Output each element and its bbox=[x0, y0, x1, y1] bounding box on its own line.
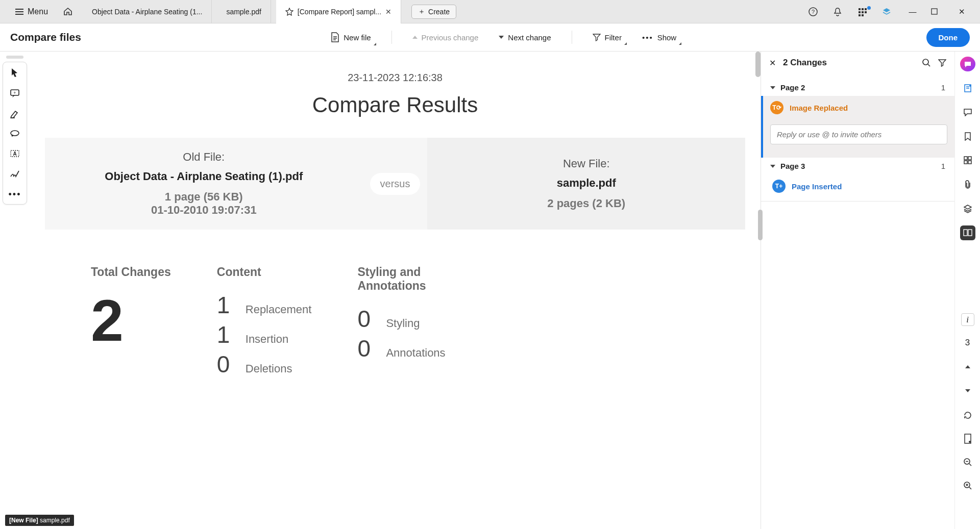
svg-rect-6 bbox=[862, 11, 864, 13]
palette-grip[interactable] bbox=[6, 56, 23, 59]
ai-assistant-icon[interactable] bbox=[960, 57, 975, 71]
svg-point-19 bbox=[969, 85, 971, 87]
next-change-button[interactable]: Next change bbox=[496, 31, 554, 44]
svg-rect-23 bbox=[968, 161, 971, 164]
old-file-column: Old File: Object Data - Airplane Seating… bbox=[45, 138, 363, 230]
svg-rect-22 bbox=[964, 161, 967, 164]
tab-close-button[interactable]: ✕ bbox=[385, 8, 391, 16]
bell-icon[interactable] bbox=[833, 7, 845, 16]
footer-file-badge: [New File] sample.pdf bbox=[5, 515, 74, 526]
page-3-header[interactable]: Page 3 1 bbox=[770, 158, 945, 174]
select-tool-icon[interactable] bbox=[10, 67, 19, 78]
show-button[interactable]: ••• Show bbox=[639, 31, 679, 44]
panel-filter-icon[interactable] bbox=[938, 59, 946, 67]
new-file-name: sample.pdf bbox=[557, 177, 616, 190]
new-file-button[interactable]: New file bbox=[328, 30, 374, 44]
plus-icon: ＋ bbox=[418, 7, 425, 16]
tab-label: Object Data - Airplane Seating (1... bbox=[92, 8, 202, 16]
svg-rect-21 bbox=[968, 157, 971, 160]
page-panel-icon[interactable] bbox=[960, 81, 975, 95]
separator bbox=[572, 31, 572, 44]
svg-text:?: ? bbox=[812, 9, 815, 15]
chevron-up-icon bbox=[965, 365, 970, 368]
tab-sample[interactable]: sample.pdf bbox=[217, 0, 271, 23]
page-label: Page 3 bbox=[780, 162, 805, 170]
svg-rect-7 bbox=[865, 11, 867, 13]
close-window-button[interactable]: ✕ bbox=[955, 7, 968, 16]
doc-scrollbar[interactable] bbox=[755, 52, 761, 77]
reply-area bbox=[761, 119, 954, 158]
previous-change-button[interactable]: Previous change bbox=[409, 31, 482, 44]
panel-scrollbar[interactable] bbox=[758, 210, 763, 240]
replacement-count: 1 bbox=[217, 291, 234, 319]
page-up-button[interactable] bbox=[960, 360, 975, 374]
toolbar-center: New file Previous change Next change Fil… bbox=[328, 30, 679, 44]
annotations-count: 0 bbox=[357, 335, 375, 362]
zoom-in-icon[interactable] bbox=[960, 478, 975, 493]
panel-header: ✕ 2 Changes bbox=[761, 52, 954, 74]
report-timestamp: 23-11-2023 12:16:38 bbox=[30, 72, 761, 84]
svg-rect-25 bbox=[968, 230, 972, 236]
insertion-count: 1 bbox=[217, 321, 234, 348]
filter-button[interactable]: Filter bbox=[590, 31, 625, 44]
deletion-count: 0 bbox=[217, 350, 234, 378]
change-page-inserted[interactable]: T+ Page Inserted bbox=[770, 174, 945, 198]
layers-panel-icon[interactable] bbox=[960, 201, 975, 216]
rotate-view-icon[interactable] bbox=[960, 408, 975, 423]
svg-point-17 bbox=[923, 59, 928, 65]
tab-compare-report[interactable]: [Compare Report] sampl... ✕ bbox=[276, 0, 401, 23]
reply-input[interactable] bbox=[770, 124, 947, 144]
attachment-panel-icon[interactable] bbox=[960, 177, 975, 192]
zoom-out-icon[interactable] bbox=[960, 455, 975, 470]
stat-styling: Styling and Annotations 0Styling 0Annota… bbox=[357, 265, 449, 380]
styling-annot-label: Styling and Annotations bbox=[357, 265, 449, 293]
more-tools-icon[interactable]: ••• bbox=[9, 190, 21, 199]
change-image-replaced[interactable]: T⟳ Image Replaced bbox=[761, 96, 954, 119]
content-label: Content bbox=[217, 265, 312, 279]
insertion-label: Insertion bbox=[246, 333, 288, 346]
page-number-value: 3 bbox=[965, 338, 970, 348]
toolbar-title: Compare files bbox=[10, 31, 81, 43]
apps-grid-icon[interactable] bbox=[857, 7, 870, 16]
page-2-header[interactable]: Page 2 1 bbox=[770, 79, 945, 96]
comment-panel-icon[interactable] bbox=[960, 105, 975, 119]
svg-text:A: A bbox=[13, 151, 16, 157]
chevron-down-icon bbox=[499, 36, 504, 39]
maximize-button[interactable] bbox=[931, 8, 943, 15]
panel-close-button[interactable]: ✕ bbox=[769, 58, 776, 68]
bookmark-panel-icon[interactable] bbox=[960, 129, 975, 144]
new-file-label: New File: bbox=[563, 157, 610, 170]
done-button[interactable]: Done bbox=[926, 28, 970, 47]
svg-text:+: + bbox=[13, 90, 16, 95]
text-box-tool-icon[interactable]: A bbox=[10, 149, 20, 158]
minimize-button[interactable]: — bbox=[906, 7, 919, 16]
lasso-tool-icon[interactable] bbox=[10, 130, 20, 138]
panel-search-icon[interactable] bbox=[922, 58, 931, 67]
hamburger-icon bbox=[15, 9, 23, 15]
thumbnails-panel-icon[interactable] bbox=[960, 153, 975, 168]
hamburger-menu-button[interactable]: Menu bbox=[10, 5, 53, 18]
old-file-meta-size: 1 page (56 KB) bbox=[165, 190, 243, 204]
help-icon[interactable]: ? bbox=[808, 7, 821, 16]
page-number-display[interactable]: 3 bbox=[960, 335, 975, 350]
create-button[interactable]: ＋ Create bbox=[411, 5, 456, 19]
star-icon bbox=[285, 8, 293, 16]
annotations-label: Annotations bbox=[386, 346, 445, 360]
file-compare-band: Old File: Object Data - Airplane Seating… bbox=[45, 138, 745, 230]
page-down-button[interactable] bbox=[960, 384, 975, 398]
new-file-column: New File: sample.pdf 2 pages (2 KB) bbox=[427, 138, 745, 230]
tab-object-data[interactable]: Object Data - Airplane Seating (1... bbox=[83, 0, 212, 23]
highlight-tool-icon[interactable] bbox=[10, 109, 20, 118]
stat-total: Total Changes 2 bbox=[91, 265, 171, 380]
svg-rect-9 bbox=[862, 14, 864, 16]
layers-icon[interactable] bbox=[882, 7, 894, 16]
compare-panel-icon[interactable] bbox=[960, 225, 975, 240]
right-rail: i 3 bbox=[954, 52, 980, 529]
page-display-icon[interactable] bbox=[960, 431, 975, 446]
info-button[interactable]: i bbox=[961, 313, 974, 326]
sign-tool-icon[interactable] bbox=[10, 169, 20, 179]
home-button[interactable] bbox=[58, 4, 78, 19]
comment-tool-icon[interactable]: + bbox=[10, 89, 20, 98]
stat-content: Content 1Replacement 1Insertion 0Deletio… bbox=[217, 265, 312, 380]
old-file-label: Old File: bbox=[183, 150, 225, 164]
